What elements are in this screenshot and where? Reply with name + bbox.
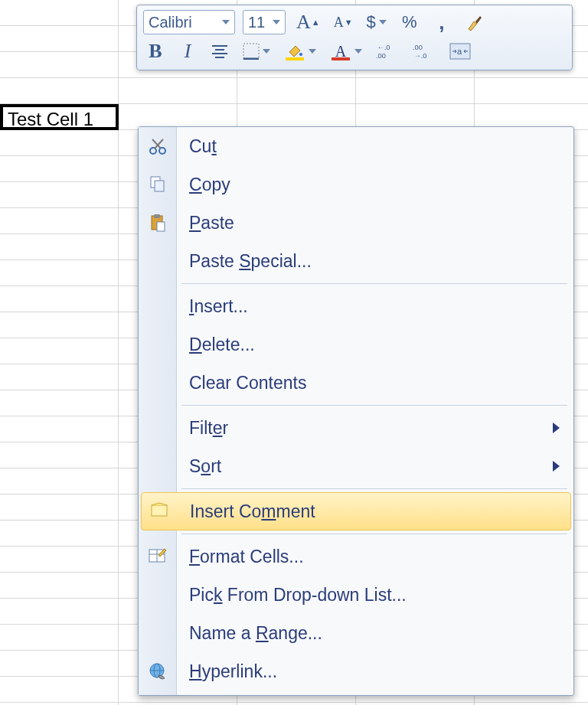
menu-item-paste-special[interactable]: Paste Special... — [139, 242, 573, 280]
percent-format-button[interactable]: % — [397, 10, 422, 34]
fill-color-button[interactable] — [281, 39, 319, 64]
menu-item-delete[interactable]: Delete... — [139, 325, 573, 364]
menu-item-copy[interactable]: Copy — [139, 165, 573, 204]
scissors-icon — [139, 136, 177, 156]
menu-item-insert[interactable]: Insert... — [139, 287, 573, 325]
mini-toolbar: Calibri 11 A▲ A▼ $ % , B — [136, 5, 573, 70]
decrease-decimal-icon: .00→.0 — [413, 41, 436, 61]
svg-text:→.0: →.0 — [414, 52, 427, 60]
menu-label: Paste — [177, 213, 234, 233]
svg-rect-20 — [154, 214, 160, 218]
menu-label: Copy — [177, 175, 230, 195]
menu-item-cut[interactable]: Cut — [139, 127, 573, 165]
svg-rect-21 — [157, 222, 165, 231]
font-color-icon: A — [330, 42, 351, 60]
menu-label: Cut — [177, 136, 217, 157]
svg-text:a: a — [457, 47, 462, 56]
grow-font-button[interactable]: A▲ — [293, 10, 323, 34]
menu-label: Clear Contents — [177, 373, 306, 393]
svg-text:←.0: ←.0 — [377, 44, 390, 51]
italic-button[interactable]: I — [175, 39, 200, 64]
menu-item-sort[interactable]: Sort — [139, 447, 573, 485]
svg-text:.00: .00 — [413, 44, 423, 51]
comma-format-button[interactable]: , — [430, 10, 454, 34]
shrink-font-button[interactable]: A▼ — [331, 10, 356, 34]
merge-center-button[interactable]: a — [446, 39, 474, 64]
paintbrush-icon — [465, 12, 485, 32]
center-align-button[interactable] — [207, 39, 232, 64]
chevron-down-icon — [309, 49, 316, 54]
chevron-down-icon — [222, 20, 230, 24]
borders-icon — [243, 43, 260, 60]
menu-label: Format Cells... — [177, 547, 304, 567]
chevron-down-icon — [379, 20, 387, 24]
increase-decimal-icon: ←.0.00 — [376, 41, 399, 61]
borders-button[interactable] — [240, 39, 273, 64]
menu-item-name-range[interactable]: Name a Range... — [139, 614, 573, 652]
paint-bucket-icon — [284, 42, 305, 60]
comment-icon — [142, 502, 178, 521]
decrease-decimal-button[interactable]: .00→.0 — [410, 39, 439, 64]
currency-format-button[interactable]: $ — [364, 10, 390, 34]
chevron-down-icon — [273, 20, 280, 24]
chevron-down-icon — [354, 49, 362, 54]
menu-label: Name a Range... — [177, 623, 322, 644]
menu-label: Insert Comment — [178, 501, 315, 522]
font-size-select[interactable]: 11 — [243, 10, 286, 34]
menu-label: Paste Special... — [177, 251, 312, 272]
cell-value: Test Cell 1 — [8, 109, 93, 129]
font-name-value: Calibri — [149, 14, 192, 31]
menu-item-pick-from-list[interactable]: Pick From Drop-down List... — [139, 576, 573, 614]
menu-separator — [181, 534, 567, 534]
paste-icon — [139, 213, 177, 233]
svg-rect-18 — [155, 181, 164, 191]
menu-item-format-cells[interactable]: Format Cells... — [139, 537, 573, 576]
submenu-arrow-icon — [553, 423, 560, 433]
menu-label: Hyperlink... — [177, 661, 277, 682]
menu-label: Filter — [177, 418, 228, 439]
format-cells-icon — [139, 547, 177, 566]
increase-decimal-button[interactable]: ←.0.00 — [373, 39, 402, 64]
copy-icon — [139, 175, 177, 194]
menu-separator — [181, 405, 567, 406]
font-color-button[interactable]: A — [327, 39, 365, 64]
svg-rect-4 — [243, 44, 259, 59]
menu-item-clear-contents[interactable]: Clear Contents — [139, 364, 573, 402]
svg-rect-22 — [152, 505, 167, 516]
menu-label: Pick From Drop-down List... — [177, 585, 407, 605]
svg-text:.00: .00 — [376, 52, 386, 60]
svg-point-6 — [299, 53, 302, 56]
menu-label: Insert... — [177, 296, 248, 317]
align-center-icon — [211, 44, 229, 59]
menu-item-hyperlink[interactable]: Hyperlink... — [139, 652, 573, 690]
menu-item-paste[interactable]: Paste — [139, 204, 573, 242]
font-name-select[interactable]: Calibri — [143, 10, 235, 34]
font-size-value: 11 — [248, 14, 265, 31]
menu-item-insert-comment[interactable]: Insert Comment — [141, 492, 571, 530]
menu-label: Delete... — [177, 335, 255, 355]
bold-button[interactable]: B — [143, 39, 168, 64]
hyperlink-icon — [139, 661, 177, 681]
menu-separator — [181, 488, 567, 489]
submenu-arrow-icon — [553, 461, 560, 472]
format-painter-button[interactable] — [462, 10, 488, 34]
menu-item-filter[interactable]: Filter — [139, 409, 573, 447]
context-menu: Cut Copy Paste Paste Special... Insert..… — [138, 126, 574, 696]
menu-label: Sort — [177, 456, 221, 477]
chevron-down-icon — [263, 49, 270, 54]
merge-cells-icon: a — [449, 43, 471, 60]
menu-separator — [181, 283, 567, 284]
cell-a5[interactable]: Test Cell 1 — [0, 104, 119, 130]
